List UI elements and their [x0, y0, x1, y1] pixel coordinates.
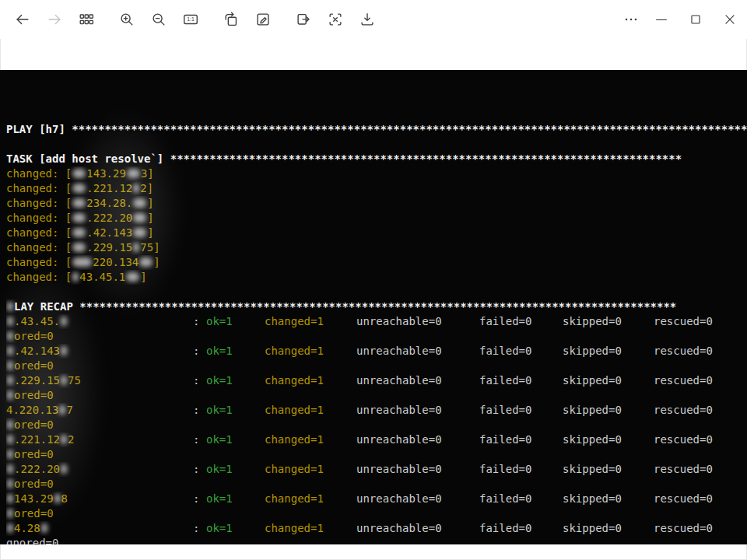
maximize-button[interactable]	[679, 3, 713, 36]
terminal-line: 4.220.137: ok=1changed=1unreachable=0fai…	[6, 403, 747, 418]
recap-stat-failed: failed=0	[479, 521, 563, 536]
terminal-line: ored=0	[6, 388, 747, 403]
redaction-smudge	[7, 450, 13, 459]
zoom-out-button[interactable]	[147, 8, 170, 31]
redaction-smudge	[7, 361, 13, 370]
recap-stat-skipped: skipped=0	[563, 521, 654, 536]
toolbar: 1:1	[0, 0, 747, 39]
text-extract-button[interactable]	[324, 8, 347, 31]
gallery-grid-icon	[78, 11, 95, 28]
recap-stat-failed: failed=0	[479, 462, 563, 477]
recap-stat-rescued: rescued=0	[654, 315, 713, 327]
terminal-text: 4.220.13	[6, 404, 58, 416]
zoom-in-icon	[118, 11, 135, 28]
terminal-line: changed: [.222.20]	[6, 211, 747, 226]
recap-stat-rescued: rescued=0	[654, 492, 713, 505]
redaction-smudge	[61, 376, 67, 385]
recap-host: .43.45.	[6, 314, 193, 329]
recap-host: .221.122	[6, 432, 193, 447]
zoom-in-button[interactable]	[115, 8, 139, 31]
redaction-smudge	[133, 243, 139, 252]
recap-colon: :	[193, 492, 206, 506]
terminal-line: .42.143: ok=1changed=1unreachable=0faile…	[6, 344, 747, 359]
actual-size-button[interactable]: 1:1	[179, 8, 202, 31]
recap-stat-skipped: skipped=0	[563, 432, 654, 447]
terminal-text: .222.20	[86, 212, 132, 224]
recap-stat-ok: ok=1	[206, 403, 265, 418]
move-to-icon	[295, 11, 312, 28]
redaction-smudge	[61, 435, 67, 444]
terminal-line: .221.122: ok=1changed=1unreachable=0fail…	[6, 432, 747, 447]
recap-colon: :	[193, 344, 206, 359]
redaction-smudge	[72, 272, 79, 282]
rotate-button[interactable]	[219, 8, 243, 31]
edit-button[interactable]	[251, 8, 275, 31]
recap-stat-unreachable: unreachable=0	[356, 403, 479, 418]
redaction-smudge	[133, 213, 146, 222]
recap-stat-rescued: rescued=0	[654, 345, 713, 357]
terminal-line: 4.28: ok=1changed=1unreachable=0failed=0…	[6, 521, 747, 536]
save-button[interactable]	[356, 8, 379, 31]
recap-host: .229.1575	[6, 373, 193, 388]
recap-stat-ok: ok=1	[206, 373, 265, 388]
terminal-line: ored=0	[6, 418, 747, 432]
redaction-smudge	[7, 435, 13, 444]
terminal-line: LAY RECAP ******************************…	[6, 299, 747, 314]
terminal-line: .43.45.: ok=1changed=1unreachable=0faile…	[6, 314, 747, 329]
recap-stat-unreachable: unreachable=0	[356, 344, 479, 359]
terminal-line: changed: [234.28.]	[6, 196, 747, 211]
terminal-text: ]	[147, 197, 153, 209]
terminal-line: ored=0	[6, 506, 747, 521]
terminal-text: TASK [add host resolve`] ***************…	[6, 152, 682, 165]
maximize-icon	[687, 11, 704, 28]
terminal-output: PLAY [h7] ******************************…	[0, 70, 747, 544]
recap-stat-unreachable: unreachable=0	[356, 432, 479, 447]
terminal-line: changed: [143.293]	[6, 166, 747, 181]
minimize-button[interactable]	[644, 3, 679, 36]
recap-stat-failed: failed=0	[479, 403, 563, 418]
more-options-button[interactable]	[618, 3, 644, 36]
terminal-text: .42.143	[86, 226, 132, 239]
terminal-text: changed: [	[6, 271, 72, 283]
terminal-text: .222.20	[14, 463, 60, 475]
text-extract-icon	[327, 11, 344, 28]
forward-button[interactable]	[43, 8, 66, 31]
close-icon	[721, 11, 738, 28]
recap-colon: :	[193, 373, 206, 388]
terminal-text: ]	[147, 212, 153, 224]
terminal-text: changed: [	[6, 212, 72, 224]
recap-stat-unreachable: unreachable=0	[356, 492, 479, 506]
terminal-text: ored=0	[14, 507, 54, 520]
recap-host: .222.20	[6, 462, 193, 477]
terminal-text: .42.143	[14, 345, 60, 357]
terminal-line: changed: [220.134]	[6, 255, 747, 270]
terminal-text: changed: [	[6, 197, 72, 209]
recap-stat-failed: failed=0	[479, 344, 563, 359]
recap-stat-unreachable: unreachable=0	[356, 314, 479, 329]
more-options-icon	[622, 11, 640, 28]
terminal-text: ored=0	[14, 330, 54, 342]
move-to-button[interactable]	[292, 8, 315, 31]
close-button[interactable]	[713, 3, 747, 36]
redaction-smudge	[7, 509, 13, 518]
recap-host: 4.28	[6, 521, 193, 536]
terminal-text: 220.134	[93, 256, 139, 268]
back-button[interactable]	[11, 8, 34, 31]
recap-stat-changed: changed=1	[265, 432, 356, 447]
terminal-text: ]	[147, 226, 153, 239]
recap-stat-skipped: skipped=0	[563, 403, 654, 418]
recap-stat-ok: ok=1	[206, 432, 265, 447]
gallery-button[interactable]	[75, 8, 98, 31]
forward-icon	[46, 11, 63, 28]
redaction-smudge	[7, 464, 13, 474]
terminal-text: ]	[153, 256, 160, 268]
terminal-line: ored=0	[6, 447, 747, 462]
redaction-smudge	[7, 346, 13, 355]
recap-stat-changed: changed=1	[265, 462, 356, 477]
redaction-smudge	[7, 376, 13, 385]
terminal-text: changed: [	[6, 226, 72, 239]
terminal-text: 75]	[140, 241, 160, 254]
rotate-icon	[223, 11, 240, 28]
redaction-smudge	[7, 331, 13, 341]
recap-colon: :	[193, 432, 206, 447]
